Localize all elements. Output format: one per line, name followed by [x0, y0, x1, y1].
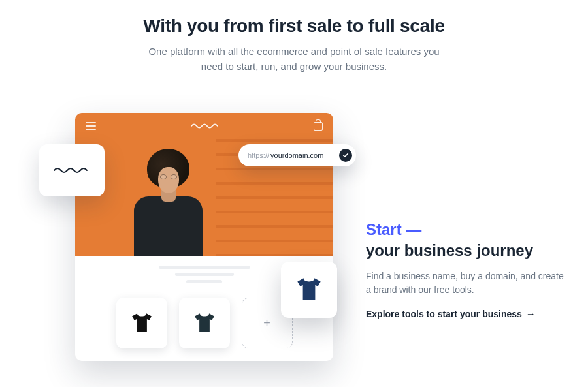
panel-desc: Find a business name, buy a domain, and … [366, 270, 568, 298]
product-tile-floating[interactable] [281, 262, 337, 318]
skeleton-line [186, 280, 222, 283]
arrow-right-icon: → [526, 308, 536, 319]
panel-heading-rest: your business journey [366, 241, 533, 259]
tshirt-icon [191, 309, 218, 337]
tshirt-icon [128, 309, 155, 337]
store-mockup: + https:// yourdomain.com [20, 100, 346, 367]
panel-heading-start: Start — [366, 221, 421, 238]
person-illustration [124, 146, 212, 256]
plus-icon: + [263, 317, 270, 330]
skeleton-line [159, 266, 250, 269]
bag-icon[interactable] [314, 122, 323, 131]
store-logo-icon [191, 120, 220, 132]
hamburger-icon[interactable] [86, 122, 96, 130]
hero-title: With you from first sale to full scale [26, 16, 562, 37]
panel-heading: Start — your business journey [366, 219, 568, 260]
product-tile[interactable] [179, 298, 230, 348]
explore-link-label: Explore tools to start your business [366, 309, 522, 319]
brand-logo-card [39, 144, 105, 196]
product-tile[interactable] [116, 298, 167, 348]
squiggle-icon [53, 166, 91, 175]
explore-link[interactable]: Explore tools to start your business → [366, 308, 536, 319]
hero-subtitle: One platform with all the ecommerce and … [144, 44, 444, 74]
url-domain: yourdomain.com [270, 151, 323, 159]
domain-pill[interactable]: https:// yourdomain.com [238, 144, 356, 166]
tshirt-icon [293, 273, 325, 306]
check-icon [339, 149, 352, 162]
store-header [75, 113, 333, 139]
skeleton-line [175, 273, 234, 276]
url-protocol: https:// [248, 151, 269, 159]
